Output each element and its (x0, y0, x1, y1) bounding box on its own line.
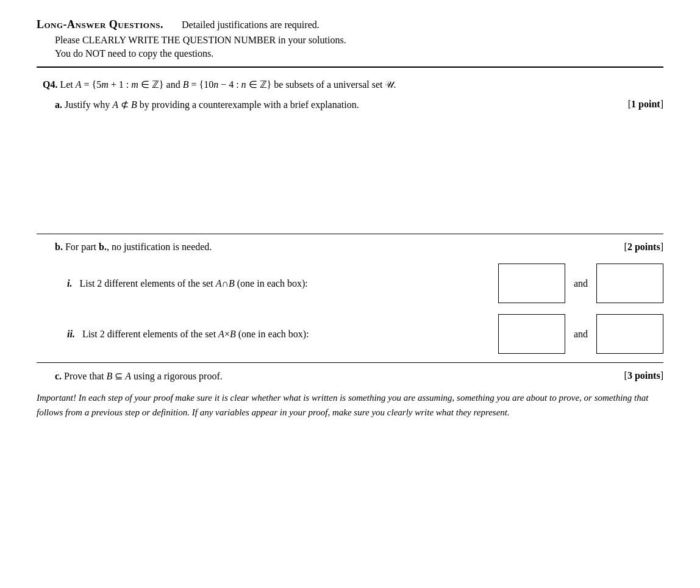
set-a-var: A (76, 79, 82, 90)
divider-after-a (37, 234, 663, 234)
header-instruction-2: You do NOT need to copy the questions. (55, 48, 663, 59)
part-a-points: [1 point] (628, 99, 663, 110)
sub-i-and: and (571, 278, 590, 289)
sub-part-i-text: i. List 2 different elements of the set … (67, 278, 498, 289)
header-title-line: Long-Answer Questions. Detailed justific… (37, 18, 663, 31)
question-section: Q4. Let A = {5m + 1 : m ∈ ℤ} and B = {10… (37, 79, 663, 420)
sub-i-box-2[interactable] (596, 264, 663, 303)
sub-i-label: i. (67, 278, 72, 289)
header-subtitle: Detailed justifications are required. (182, 20, 320, 30)
sub-ii-box-2[interactable] (596, 314, 663, 354)
sub-part-ii-content: ii. List 2 different elements of the set… (67, 314, 663, 354)
part-b-section: b. For part b., no justification is need… (55, 242, 663, 354)
sub-part-ii-text: ii. List 2 different elements of the set… (67, 329, 498, 340)
part-a-answer-area (55, 117, 663, 226)
part-c-text: c. Prove that B ⊆ A using a rigorous pro… (55, 370, 223, 382)
part-c-points: [3 points] (624, 370, 663, 381)
sub-ii-box-1[interactable] (498, 314, 565, 354)
part-a-label: a. (55, 99, 62, 110)
header-title: Long-Answer Questions. (37, 18, 163, 31)
part-a-section: a. Justify why A ⊄ B by providing a coun… (55, 99, 663, 226)
part-b-label: b. (55, 242, 63, 252)
header-section: Long-Answer Questions. Detailed justific… (37, 18, 663, 59)
sub-part-i-content: i. List 2 different elements of the set … (67, 264, 663, 303)
header-divider (37, 66, 663, 68)
part-a-row: a. Justify why A ⊄ B by providing a coun… (55, 99, 663, 110)
important-note: Important! In each step of your proof ma… (37, 390, 663, 420)
sub-ii-label: ii. (67, 329, 75, 339)
sub-part-ii: ii. List 2 different elements of the set… (67, 314, 663, 354)
part-b-points: [2 points] (624, 242, 663, 253)
part-c-label: c. (55, 371, 62, 381)
q4-header: Q4. Let A = {5m + 1 : m ∈ ℤ} and B = {10… (43, 79, 663, 90)
part-a-text: a. Justify why A ⊄ B by providing a coun… (55, 99, 359, 110)
sub-i-box-1[interactable] (498, 264, 565, 303)
header-instruction-1: Please CLEARLY WRITE THE QUESTION NUMBER… (55, 35, 663, 46)
sub-i-answer-boxes: and (498, 264, 663, 303)
sub-part-i: i. List 2 different elements of the set … (67, 264, 663, 303)
part-b-text: b. For part b., no justification is need… (55, 242, 212, 253)
q4-label: Q4. (43, 79, 57, 90)
sub-ii-answer-boxes: and (498, 314, 663, 354)
part-c-row: c. Prove that B ⊆ A using a rigorous pro… (55, 370, 663, 382)
divider-after-b (37, 362, 663, 363)
part-b-row: b. For part b., no justification is need… (55, 242, 663, 253)
sub-ii-and: and (571, 329, 590, 340)
part-c-section: c. Prove that B ⊆ A using a rigorous pro… (55, 370, 663, 382)
